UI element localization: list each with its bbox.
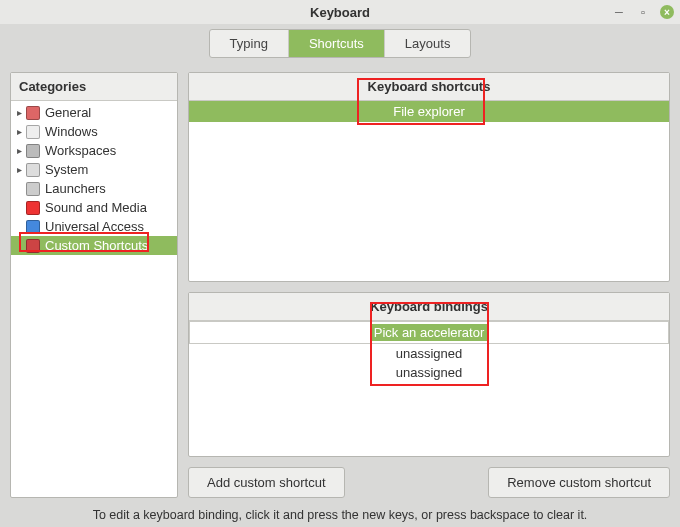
category-label: Workspaces (45, 143, 116, 158)
window-title: Keyboard (310, 5, 370, 20)
launchers-icon (25, 181, 41, 197)
expander-icon[interactable]: ▸ (13, 126, 25, 137)
categories-panel: Categories ▸ General ▸ Windows ▸ Workspa… (10, 72, 178, 498)
binding-pick-label: Pick an accelerator (371, 324, 488, 341)
category-label: Windows (45, 124, 98, 139)
close-button[interactable]: × (660, 5, 674, 19)
add-shortcut-button[interactable]: Add custom shortcut (188, 467, 345, 498)
category-label: Launchers (45, 181, 106, 196)
system-icon (25, 162, 41, 178)
category-windows[interactable]: ▸ Windows (11, 122, 177, 141)
category-label: System (45, 162, 88, 177)
bindings-panel: Keyboard bindings Pick an accelerator un… (188, 292, 670, 457)
titlebar: Keyboard ─ ▫ × (0, 0, 680, 24)
minimize-button[interactable]: ─ (612, 5, 626, 19)
window-controls: ─ ▫ × (612, 0, 674, 24)
tab-layouts[interactable]: Layouts (385, 30, 471, 57)
hint-text: To edit a keyboard binding, click it and… (0, 502, 680, 527)
category-custom[interactable]: ▸ Custom Shortcuts (11, 236, 177, 255)
shortcuts-header: Keyboard shortcuts (189, 73, 669, 101)
category-label: Sound and Media (45, 200, 147, 215)
binding-row-unassigned-1[interactable]: unassigned (189, 344, 669, 363)
category-system[interactable]: ▸ System (11, 160, 177, 179)
expander-icon[interactable]: ▸ (13, 145, 25, 156)
remove-shortcut-button[interactable]: Remove custom shortcut (488, 467, 670, 498)
tab-shortcuts[interactable]: Shortcuts (289, 30, 385, 57)
expander-icon[interactable]: ▸ (13, 107, 25, 118)
binding-row-unassigned-2[interactable]: unassigned (189, 363, 669, 382)
category-launchers[interactable]: ▸ Launchers (11, 179, 177, 198)
category-label: General (45, 105, 91, 120)
sound-icon (25, 200, 41, 216)
category-general[interactable]: ▸ General (11, 103, 177, 122)
category-sound[interactable]: ▸ Sound and Media (11, 198, 177, 217)
category-workspaces[interactable]: ▸ Workspaces (11, 141, 177, 160)
expander-icon[interactable]: ▸ (13, 164, 25, 175)
bindings-header: Keyboard bindings (189, 293, 669, 321)
shortcuts-panel: Keyboard shortcuts File explorer (188, 72, 670, 282)
tab-bar: Typing Shortcuts Layouts (0, 24, 680, 62)
button-row: Add custom shortcut Remove custom shortc… (188, 467, 670, 498)
category-label: Universal Access (45, 219, 144, 234)
general-icon (25, 105, 41, 121)
categories-tree: ▸ General ▸ Windows ▸ Workspaces ▸ Syste… (11, 101, 177, 497)
category-universal[interactable]: ▸ Universal Access (11, 217, 177, 236)
universal-icon (25, 219, 41, 235)
workspaces-icon (25, 143, 41, 159)
windows-icon (25, 124, 41, 140)
binding-row-pick[interactable]: Pick an accelerator (190, 322, 668, 343)
category-label: Custom Shortcuts (45, 238, 148, 253)
maximize-button[interactable]: ▫ (636, 5, 650, 19)
custom-icon (25, 238, 41, 254)
categories-header: Categories (11, 73, 177, 101)
tab-typing[interactable]: Typing (210, 30, 289, 57)
shortcut-row-file-explorer[interactable]: File explorer (189, 101, 669, 122)
